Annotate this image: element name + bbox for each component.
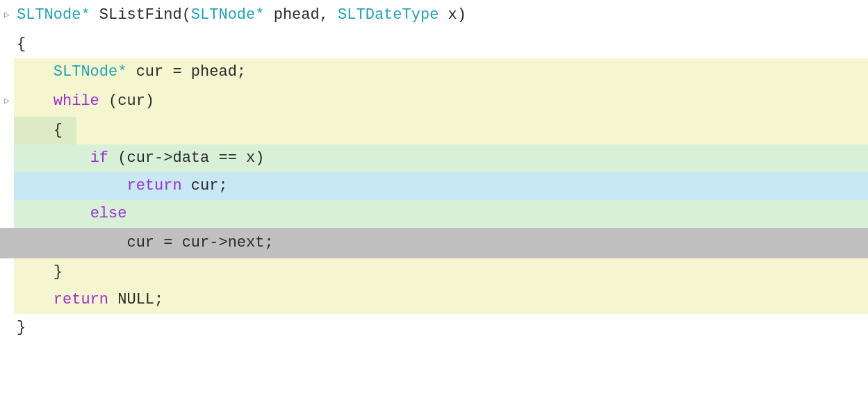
line-content-8: else <box>14 200 868 228</box>
token-open-brace-2: { <box>54 119 63 142</box>
code-line-3: SLTNode* cur = phead; <box>0 58 868 86</box>
indent-3 <box>17 60 54 84</box>
code-line-2: { <box>0 31 868 58</box>
gutter-12 <box>0 314 14 342</box>
token-cur-next: cur = cur->next; <box>126 231 273 255</box>
line-content-11: return NULL; <box>14 286 868 314</box>
token-else: else <box>90 202 127 226</box>
indent-11 <box>17 288 54 312</box>
fold-icon-1[interactable]: ▷ <box>4 8 10 22</box>
gutter-7 <box>0 172 14 200</box>
gutter-6 <box>0 144 14 172</box>
gutter-11 <box>0 286 14 314</box>
code-line-6: if (cur->data == x) <box>0 144 868 172</box>
code-line-10: } <box>0 258 868 286</box>
indent-4 <box>17 90 54 113</box>
code-line-1: ▷ SLTNode* SListFind(SLTNode* phead, SLT… <box>0 0 868 31</box>
gutter-5 <box>0 117 14 144</box>
gutter-2 <box>0 31 14 58</box>
token-if: if <box>90 147 108 170</box>
token-SLTNode-2: SLTNode* <box>191 3 265 27</box>
line-content-9: cur = cur->next; <box>14 228 868 258</box>
code-line-7: return cur; <box>0 172 868 200</box>
line-content-6: if (cur->data == x) <box>14 144 868 172</box>
indent-7 <box>17 174 126 198</box>
token-SLTNode-1: SLTNode* <box>17 3 90 27</box>
token-while: while <box>54 90 99 113</box>
token-cur-assign: cur = phead; <box>126 60 246 84</box>
line-content-3: SLTNode* cur = phead; <box>14 58 868 86</box>
gutter-1: ▷ <box>0 0 14 31</box>
indent-10 <box>17 260 54 284</box>
code-line-12: } <box>0 314 868 342</box>
line-content-1: SLTNode* SListFind(SLTNode* phead, SLTDa… <box>14 0 868 31</box>
token-while-cond: (cur) <box>99 90 154 113</box>
code-editor: ▷ SLTNode* SListFind(SLTNode* phead, SLT… <box>0 0 868 414</box>
token-if-cond: (cur->data == x) <box>108 147 264 170</box>
indent-6 <box>17 147 90 170</box>
code-line-4: ▷ while (cur) <box>0 86 868 117</box>
token-SLTDateType: SLTDateType <box>338 3 439 27</box>
gutter-10 <box>0 258 14 286</box>
code-lines: ▷ SLTNode* SListFind(SLTNode* phead, SLT… <box>0 0 868 342</box>
token-null: NULL; <box>108 288 163 312</box>
token-param2: x) <box>439 3 466 27</box>
token-func: SListFind( <box>90 3 191 27</box>
fold-icon-4[interactable]: ▷ <box>4 94 10 108</box>
token-close-brace-func: } <box>17 316 26 340</box>
gutter-3 <box>0 58 14 86</box>
line-content-12: } <box>14 314 868 342</box>
line-content-10: } <box>14 258 868 286</box>
gutter-9 <box>0 228 14 258</box>
line-content-2: { <box>14 31 868 58</box>
code-line-11: return NULL; <box>0 286 868 314</box>
gutter-8 <box>0 200 14 228</box>
line-content-4: while (cur) <box>14 86 868 117</box>
code-line-9: cur = cur->next; <box>0 228 868 258</box>
line-content-5: { <box>14 117 868 144</box>
token-return-cur: cur; <box>182 174 228 198</box>
indent-8 <box>17 202 90 226</box>
line-content-7: return cur; <box>14 172 868 200</box>
indent-5 <box>17 119 54 142</box>
code-line-5: { <box>0 117 868 144</box>
token-return-1: return <box>126 174 181 198</box>
token-SLTNode-cur: SLTNode* <box>54 60 127 84</box>
gutter-4: ▷ <box>0 86 14 117</box>
token-open-brace-1: { <box>17 33 26 56</box>
token-return-2: return <box>54 288 108 312</box>
code-line-8: else <box>0 200 868 228</box>
token-close-brace-while: } <box>54 260 63 284</box>
token-param1: phead, <box>264 3 338 27</box>
indent-9 <box>17 231 126 255</box>
